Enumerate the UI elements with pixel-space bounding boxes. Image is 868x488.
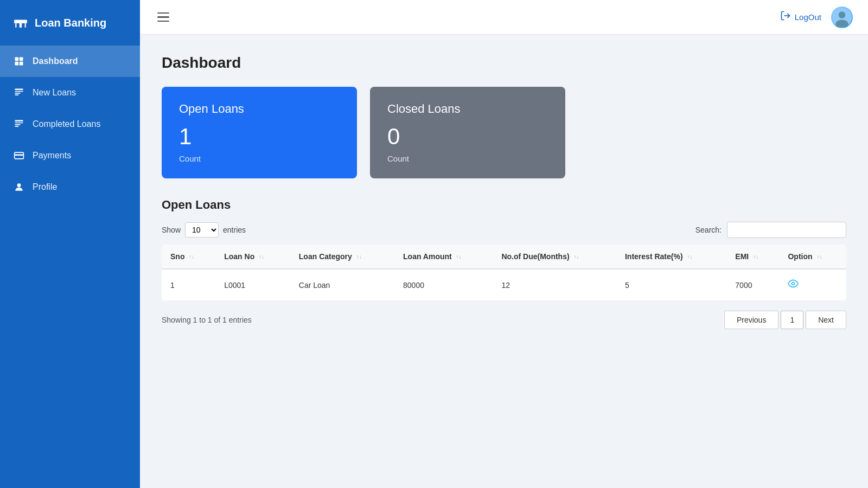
col-emi[interactable]: EMI ↑↓ bbox=[726, 245, 779, 269]
sidebar-item-completed-loans[interactable]: Completed Loans bbox=[0, 108, 140, 140]
svg-rect-10 bbox=[15, 91, 23, 92]
brand-icon bbox=[13, 15, 28, 30]
logout-icon bbox=[780, 10, 791, 24]
svg-rect-2 bbox=[25, 23, 26, 28]
col-due-months[interactable]: No.of Due(Months) ↑↓ bbox=[493, 245, 616, 269]
show-label: Show bbox=[162, 226, 181, 234]
cell-emi: 7000 bbox=[726, 269, 779, 301]
showing-text: Showing 1 to 1 of 1 entries bbox=[162, 316, 252, 324]
logout-button[interactable]: LogOut bbox=[780, 10, 821, 24]
svg-point-24 bbox=[792, 282, 795, 285]
svg-rect-8 bbox=[20, 62, 23, 66]
hamburger-line-3 bbox=[157, 21, 169, 22]
sidebar-item-label: New Loans bbox=[33, 88, 76, 98]
topbar-left bbox=[155, 10, 171, 24]
sort-loan-category: ↑↓ bbox=[356, 254, 362, 260]
avatar[interactable] bbox=[831, 7, 853, 28]
sidebar-item-profile[interactable]: Profile bbox=[0, 171, 140, 203]
svg-rect-16 bbox=[15, 126, 19, 127]
col-loan-amount[interactable]: Loan Amount ↑↓ bbox=[394, 245, 493, 269]
svg-rect-7 bbox=[15, 62, 19, 66]
svg-rect-1 bbox=[15, 23, 16, 28]
cell-interest-rate: 5 bbox=[616, 269, 726, 301]
table-section-title: Open Loans bbox=[162, 198, 846, 212]
svg-rect-5 bbox=[15, 57, 19, 61]
sort-interest-rate: ↑↓ bbox=[687, 254, 692, 260]
sidebar: Loan Banking Dashboard New Loans Complet… bbox=[0, 0, 140, 488]
table-wrapper: Sno ↑↓ Loan No ↑↓ Loan Category ↑↓ Loan … bbox=[162, 245, 846, 301]
pagination: Previous 1 Next bbox=[724, 311, 846, 329]
sidebar-item-label: Completed Loans bbox=[33, 119, 100, 129]
table-header-row: Sno ↑↓ Loan No ↑↓ Loan Category ↑↓ Loan … bbox=[162, 245, 846, 269]
svg-rect-18 bbox=[15, 155, 24, 156]
table-footer: Showing 1 to 1 of 1 entries Previous 1 N… bbox=[162, 311, 846, 329]
content: Dashboard Open Loans 1 Count Closed Loan… bbox=[140, 35, 868, 488]
cell-sno: 1 bbox=[162, 269, 215, 301]
open-loans-title: Open Loans bbox=[179, 102, 340, 116]
sidebar-item-new-loans[interactable]: New Loans bbox=[0, 77, 140, 108]
loans-table: Sno ↑↓ Loan No ↑↓ Loan Category ↑↓ Loan … bbox=[162, 245, 846, 301]
cell-due-months: 12 bbox=[493, 269, 616, 301]
sidebar-item-label: Payments bbox=[33, 151, 71, 160]
sort-loan-amount: ↑↓ bbox=[456, 254, 462, 260]
sidebar-nav: Dashboard New Loans Completed Loans Paym… bbox=[0, 46, 140, 488]
closed-loans-title: Closed Loans bbox=[387, 102, 548, 116]
cell-loan-no: L0001 bbox=[215, 269, 290, 301]
col-sno[interactable]: Sno ↑↓ bbox=[162, 245, 215, 269]
search-area: Search: bbox=[695, 222, 846, 238]
logout-label: LogOut bbox=[795, 12, 821, 22]
sidebar-item-label: Dashboard bbox=[33, 56, 78, 66]
topbar-right: LogOut bbox=[780, 7, 853, 28]
col-interest-rate[interactable]: Interest Rate(%) ↑↓ bbox=[616, 245, 726, 269]
next-button[interactable]: Next bbox=[806, 311, 846, 329]
hamburger-menu[interactable] bbox=[155, 10, 171, 24]
hamburger-line-1 bbox=[157, 12, 169, 14]
open-loans-value: 1 bbox=[179, 124, 340, 150]
svg-point-22 bbox=[839, 11, 846, 18]
entries-select[interactable]: 10 25 50 100 bbox=[185, 222, 219, 237]
svg-rect-14 bbox=[15, 123, 23, 124]
svg-rect-12 bbox=[15, 94, 19, 95]
svg-rect-4 bbox=[20, 23, 22, 28]
svg-rect-3 bbox=[14, 20, 27, 22]
svg-rect-6 bbox=[20, 57, 23, 61]
closed-loans-card: Closed Loans 0 Count bbox=[370, 87, 565, 178]
open-loans-card: Open Loans 1 Count bbox=[162, 87, 357, 178]
sidebar-item-payments[interactable]: Payments bbox=[0, 140, 140, 171]
show-entries: Show 10 25 50 100 entries bbox=[162, 222, 246, 237]
sort-sno: ↑↓ bbox=[189, 254, 194, 260]
svg-rect-11 bbox=[15, 93, 21, 94]
open-loans-label: Count bbox=[179, 154, 340, 163]
search-input[interactable] bbox=[727, 222, 846, 238]
closed-loans-value: 0 bbox=[387, 124, 548, 150]
sort-due-months: ↑↓ bbox=[574, 254, 579, 260]
svg-point-19 bbox=[17, 183, 21, 187]
stats-row: Open Loans 1 Count Closed Loans 0 Count bbox=[162, 87, 846, 178]
dashboard-icon bbox=[13, 55, 25, 67]
sort-emi: ↑↓ bbox=[753, 254, 758, 260]
cell-loan-amount: 80000 bbox=[394, 269, 493, 301]
sidebar-item-dashboard[interactable]: Dashboard bbox=[0, 46, 140, 77]
col-loan-category[interactable]: Loan Category ↑↓ bbox=[290, 245, 394, 269]
page-title: Dashboard bbox=[162, 54, 846, 72]
table-body: 1 L0001 Car Loan 80000 12 5 7000 bbox=[162, 269, 846, 301]
current-page-button[interactable]: 1 bbox=[781, 311, 803, 329]
closed-loans-label: Count bbox=[387, 154, 548, 163]
col-loan-no[interactable]: Loan No ↑↓ bbox=[215, 245, 290, 269]
svg-rect-13 bbox=[15, 120, 23, 122]
brand: Loan Banking bbox=[0, 0, 140, 46]
sort-option: ↑↓ bbox=[816, 254, 822, 260]
svg-rect-9 bbox=[15, 89, 23, 91]
view-icon[interactable] bbox=[788, 280, 799, 291]
table-row: 1 L0001 Car Loan 80000 12 5 7000 bbox=[162, 269, 846, 301]
table-controls: Show 10 25 50 100 entries Search: bbox=[162, 222, 846, 238]
profile-icon bbox=[13, 181, 25, 193]
entries-label: entries bbox=[223, 226, 246, 234]
cell-loan-category: Car Loan bbox=[290, 269, 394, 301]
topbar: LogOut bbox=[140, 0, 868, 35]
main-area: LogOut Dashboard Open Loans 1 Count Clos… bbox=[140, 0, 868, 488]
hamburger-line-2 bbox=[157, 16, 169, 18]
col-option[interactable]: Option ↑↓ bbox=[779, 245, 846, 269]
completed-loans-icon bbox=[13, 118, 25, 130]
previous-button[interactable]: Previous bbox=[724, 311, 778, 329]
